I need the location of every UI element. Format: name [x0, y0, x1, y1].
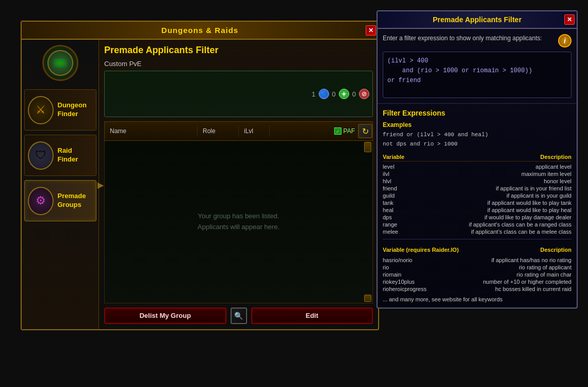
- filter-desc-ilvl: maximum item level: [434, 171, 571, 177]
- wow-logo: [42, 45, 78, 81]
- filter-desc-guild: if applicant is in your guild: [434, 192, 571, 199]
- filter-example-line-2: not dps and rio > 1000: [383, 140, 571, 149]
- filter-desc-riokey10plus: number of +10 or higher completed: [434, 279, 571, 285]
- block-icon[interactable]: ⊘: [359, 89, 369, 99]
- filter-table-header: Variable Description: [383, 154, 571, 162]
- filter-var-riokey10plus: riokey10plus: [383, 279, 434, 285]
- filter-desc-range: if applicant's class can be a ranged cla…: [434, 221, 571, 228]
- sidebar-item-raid-label: Raid Finder: [58, 147, 93, 164]
- right-panel: Premade Applicants Filter ✕ Enter a filt…: [377, 10, 578, 309]
- filter-var-rioheroicprogress: rioheroicprogress: [383, 286, 434, 292]
- filter-desc-heal: if applicant would like to play heal: [434, 207, 571, 213]
- filter-desc-friend: if applicant is in your friend list: [434, 185, 571, 191]
- filter-desc-melee: if applicant's class can be a melee clas…: [434, 229, 571, 235]
- content-subheader: Custom PvE: [104, 60, 373, 68]
- filter-desc-tank: if applicant would like to play tank: [434, 200, 571, 206]
- listing-num1: 1: [312, 90, 315, 98]
- scrollbar-right[interactable]: [364, 142, 371, 152]
- search-icon-button[interactable]: 🔍: [231, 308, 247, 324]
- listing-controls: 1 🔵 0 + 0 ⊘: [312, 89, 369, 99]
- coin-icon: 🔵: [319, 89, 329, 99]
- filter-divider: [383, 239, 571, 239]
- filter-rio-header-row: Variable (requires Raider.IO) Descriptio…: [383, 244, 571, 255]
- filter-desc-level: applicant level: [434, 164, 571, 170]
- filter-more-text: ... and many more, see website for all k…: [383, 296, 571, 302]
- listing-num2: 0: [332, 90, 336, 98]
- empty-text-line2: Applicants will appear here.: [198, 222, 280, 233]
- filter-row-riokey10plus: riokey10plus number of +10 or higher com…: [383, 279, 571, 285]
- filter-examples-label: Examples: [383, 121, 571, 128]
- table-col-ilvl[interactable]: iLvl: [239, 125, 270, 137]
- filter-rio-header-var: Variable (requires Raider.IO): [383, 247, 459, 253]
- filter-var-hlvl: hlvl: [383, 178, 434, 184]
- filter-prompt: Enter a filter expression to show only m…: [383, 34, 571, 47]
- filter-row-melee: melee if applicant's class can be a mele…: [383, 229, 571, 235]
- sidebar-item-premade-groups[interactable]: Premade Groups: [24, 180, 96, 221]
- filter-row-dps: dps if would like to play damage dealer: [383, 214, 571, 220]
- filter-var-tank: tank: [383, 200, 434, 206]
- filter-row-ilvl: ilvl maximum item level: [383, 171, 571, 177]
- filter-desc-riomain: rio rating of main char: [434, 271, 571, 278]
- sidebar-item-raid-finder[interactable]: Raid Finder: [24, 135, 96, 176]
- paf-check-icon: ✓: [334, 127, 341, 135]
- filter-row-hasrio: hasrio/norio if applicant has/has no rio…: [383, 257, 571, 263]
- filter-desc-hlvl: honor level: [434, 178, 571, 184]
- filter-desc-dps: if would like to play damage dealer: [434, 214, 571, 220]
- filter-header-description: Description: [540, 154, 571, 160]
- filter-desc-hasrio: if applicant has/has no rio rating: [434, 257, 571, 263]
- plus-icon[interactable]: +: [339, 89, 349, 99]
- applicants-area: Your group has been listed. Applicants w…: [104, 141, 373, 303]
- filter-rio-header-desc: Description: [540, 247, 571, 253]
- filter-prompt-text: Enter a filter expression to show only m…: [383, 34, 554, 43]
- filter-header-variable: Variable: [383, 154, 404, 160]
- dungeon-finder-icon: [28, 96, 54, 124]
- sidebar-arrow-icon: ▶: [97, 180, 104, 189]
- table-col-name[interactable]: Name: [105, 125, 198, 137]
- filter-var-riomain: riomain: [383, 271, 434, 278]
- filter-row-rio: rio rio rating of applicant: [383, 264, 571, 270]
- filter-expression-box[interactable]: (ilvl > 400 and (rio > 1000 or riomain >…: [383, 52, 571, 98]
- paf-checkbox[interactable]: ✓ PAF: [331, 126, 358, 136]
- edit-button[interactable]: Edit: [251, 308, 373, 324]
- right-panel-header: Premade Applicants Filter ✕: [378, 11, 577, 29]
- filter-desc-rio: rio rating of applicant: [434, 264, 571, 270]
- filter-row-guild: guild if applicant is in your guild: [383, 192, 571, 199]
- left-panel-header: Dungeons & Raids ✕: [22, 22, 378, 40]
- filter-var-heal: heal: [383, 207, 434, 213]
- applicants-empty-text: Your group has been listed. Applicants w…: [198, 211, 280, 233]
- raid-finder-icon: [28, 141, 54, 170]
- delist-button[interactable]: Delist My Group: [104, 308, 226, 324]
- sidebar-item-premade-label: Premade Groups: [58, 192, 86, 209]
- filter-row-heal: heal if applicant would like to play hea…: [383, 207, 571, 213]
- filter-var-guild: guild: [383, 192, 434, 199]
- info-icon[interactable]: i: [558, 34, 571, 47]
- bottom-buttons: Delist My Group 🔍 Edit: [104, 308, 373, 324]
- filter-ref-title: Filter Expressions: [383, 109, 571, 117]
- left-panel-close-button[interactable]: ✕: [366, 25, 376, 36]
- filter-row-riomain: riomain rio rating of main char: [383, 271, 571, 278]
- filter-row-rioheroicprogress: rioheroicprogress hc bosses killed in cu…: [383, 286, 571, 292]
- filter-var-rio: rio: [383, 264, 434, 270]
- refresh-button[interactable]: ↻: [358, 124, 372, 138]
- filter-var-hasrio: hasrio/norio: [383, 257, 434, 263]
- filter-row-level: level applicant level: [383, 164, 571, 170]
- filter-row-tank: tank if applicant would like to play tan…: [383, 200, 571, 206]
- filter-var-range: range: [383, 221, 434, 228]
- table-col-role[interactable]: Role: [198, 125, 239, 137]
- left-panel-title: Dungeons & Raids: [161, 26, 238, 35]
- filter-variable-table: Variable Description level applicant lev…: [383, 154, 571, 302]
- filter-desc-rioheroicprogress: hc bosses killed in current raid: [434, 286, 571, 292]
- filter-expression-section: Enter a filter expression to show only m…: [378, 29, 577, 104]
- sidebar: Dungeon Finder Raid Finder Premade Group…: [22, 40, 99, 329]
- scrollbar-bottom[interactable]: [364, 295, 371, 302]
- premade-groups-icon: [28, 187, 54, 215]
- filter-row-range: range if applicant's class can be a rang…: [383, 221, 571, 228]
- filter-var-dps: dps: [383, 214, 434, 220]
- right-panel-close-button[interactable]: ✕: [564, 14, 575, 25]
- main-content-area: Premade Applicants Filter Custom PvE 1 🔵…: [99, 40, 378, 329]
- filter-example-line-1: friend or (ilvl > 400 and heal): [383, 131, 571, 140]
- filter-var-melee: melee: [383, 229, 434, 235]
- filter-reference-section: Filter Expressions Examples friend or (i…: [378, 104, 577, 308]
- sidebar-item-dungeon-finder[interactable]: Dungeon Finder: [24, 89, 96, 131]
- sidebar-item-dungeon-label: Dungeon Finder: [58, 101, 87, 119]
